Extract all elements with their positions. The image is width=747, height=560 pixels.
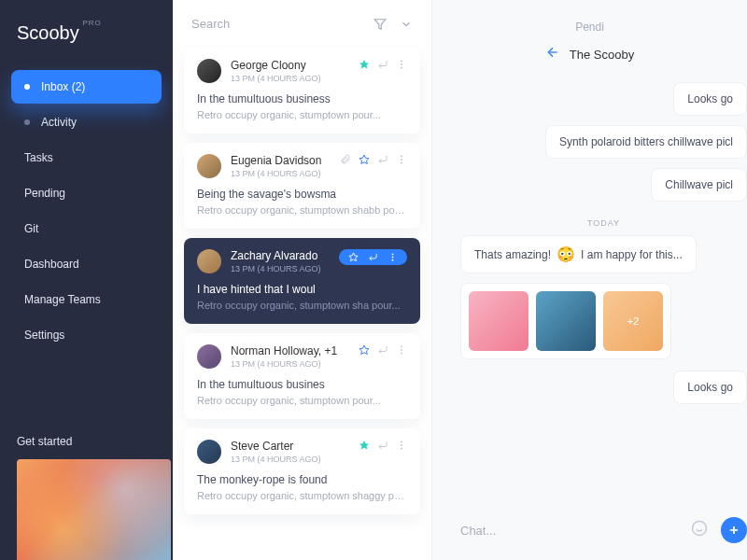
- sidebar: ScoobyPRO Inbox (2) Activity Tasks Pendi…: [0, 0, 173, 560]
- more-icon[interactable]: [396, 344, 407, 356]
- chat-input-row: [432, 504, 747, 560]
- svg-point-2: [401, 61, 402, 63]
- chevron-down-icon[interactable]: [400, 18, 413, 31]
- message-item[interactable]: George Cloony 13 PM (4 HOURS AGO) In the…: [184, 48, 420, 133]
- chat-column: Pendi The Scooby Looks go Synth polaroid…: [432, 0, 747, 560]
- nav-activity[interactable]: Activity: [11, 105, 162, 139]
- message-subject: In the tumultuous business: [197, 92, 407, 105]
- chat-input[interactable]: [460, 524, 678, 538]
- more-icon[interactable]: [388, 252, 398, 262]
- message-list: George Cloony 13 PM (4 HOURS AGO) In the…: [173, 44, 431, 560]
- avatar: [197, 154, 221, 178]
- nav-manage-teams[interactable]: Manage Teams: [11, 283, 162, 316]
- svg-point-19: [401, 444, 402, 446]
- image-thumbnail[interactable]: [469, 291, 529, 351]
- bubble-text: Thats amazing!: [474, 248, 551, 261]
- svg-point-11: [392, 257, 394, 259]
- nav-inbox[interactable]: Inbox (2): [11, 70, 162, 104]
- message-sender: Steve Carter: [231, 440, 359, 453]
- nav-pending[interactable]: Pending: [11, 176, 162, 210]
- star-icon[interactable]: [359, 154, 370, 165]
- message-item-selected[interactable]: Zachary Alvarado 13 PM (4 HOURS AGO) I h…: [184, 238, 420, 324]
- svg-marker-17: [359, 441, 369, 450]
- chat-bubble-out: Looks go: [673, 82, 747, 116]
- svg-point-14: [401, 346, 402, 348]
- emoji-picker-icon[interactable]: [691, 520, 708, 540]
- nav-label: Dashboard: [24, 258, 79, 271]
- search-input[interactable]: [191, 17, 374, 31]
- message-preview: Retro occupy organic, stumptown sha pour…: [197, 300, 407, 311]
- star-icon[interactable]: [359, 440, 370, 451]
- promo-image[interactable]: [17, 459, 171, 560]
- get-started-title: Get started: [17, 435, 169, 448]
- nav-label: Git: [24, 222, 38, 235]
- svg-point-10: [392, 253, 394, 255]
- nav-dashboard[interactable]: Dashboard: [11, 247, 162, 281]
- image-thumbnail-more[interactable]: +2: [603, 291, 663, 351]
- avatar: [197, 59, 221, 83]
- message-sender: Eugenia Davidson: [231, 154, 340, 167]
- nav-label: Pending: [24, 187, 65, 200]
- svg-point-3: [401, 63, 402, 65]
- more-count: +2: [627, 315, 640, 327]
- svg-point-6: [401, 156, 402, 158]
- avatar: [197, 344, 221, 369]
- message-subject: In the tumultuous busines: [197, 378, 407, 391]
- message-preview: Retro occupy organic, stumptown pour...: [197, 395, 407, 406]
- chat-bubble-in: Thats amazing! 😳 I am happy for this...: [460, 235, 697, 273]
- filter-icon[interactable]: [374, 18, 387, 31]
- chat-bubble-images: +2: [460, 283, 671, 359]
- message-item[interactable]: Eugenia Davidson 13 PM (4 HOURS AGO) Bei…: [184, 143, 420, 229]
- chat-status: Pendi: [432, 0, 747, 45]
- nav-settings[interactable]: Settings: [11, 318, 162, 352]
- attachment-icon[interactable]: [340, 154, 351, 165]
- reply-icon[interactable]: [368, 252, 378, 262]
- message-time: 13 PM (4 HOURS AGO): [231, 264, 339, 273]
- nav: Inbox (2) Activity Tasks Pending Git Das…: [0, 63, 173, 361]
- nav-label: Settings: [24, 329, 64, 342]
- svg-point-12: [392, 259, 394, 261]
- send-button[interactable]: [721, 517, 747, 543]
- reply-icon[interactable]: [377, 59, 388, 70]
- avatar: [197, 249, 221, 273]
- more-icon[interactable]: [396, 59, 407, 70]
- reply-icon[interactable]: [377, 344, 388, 356]
- search-row: [173, 0, 431, 44]
- inbox-column: George Cloony 13 PM (4 HOURS AGO) In the…: [173, 0, 432, 560]
- nav-git[interactable]: Git: [11, 212, 162, 245]
- image-thumbnail[interactable]: [536, 291, 596, 351]
- svg-point-16: [401, 353, 402, 355]
- reply-icon[interactable]: [377, 154, 388, 165]
- svg-point-22: [693, 522, 707, 536]
- message-subject: The monkey-rope is found: [197, 473, 407, 486]
- nav-tasks[interactable]: Tasks: [11, 141, 162, 175]
- more-icon[interactable]: [396, 440, 407, 451]
- emoji-icon: 😳: [557, 245, 575, 263]
- chat-bubble-out: Synth polaroid bitters chillwave picl: [545, 125, 747, 159]
- message-item[interactable]: Steve Carter 13 PM (4 HOURS AGO) The mon…: [184, 428, 420, 514]
- pro-badge: PRO: [82, 19, 101, 27]
- message-sender: Norman Holloway, +1: [231, 344, 359, 357]
- message-time: 13 PM (4 HOURS AGO): [231, 359, 359, 369]
- chat-bubble-out: Chillwave picl: [651, 168, 747, 202]
- avatar: [197, 440, 221, 464]
- star-icon[interactable]: [359, 344, 370, 356]
- message-preview: Retro occupy organic, stumptown pour...: [197, 109, 407, 120]
- svg-point-7: [401, 159, 402, 161]
- message-time: 13 PM (4 HOURS AGO): [231, 455, 359, 464]
- star-icon[interactable]: [348, 252, 359, 262]
- more-icon[interactable]: [396, 154, 407, 165]
- svg-marker-9: [349, 253, 358, 261]
- back-arrow-icon[interactable]: [545, 45, 560, 63]
- chat-title: The Scooby: [570, 48, 634, 62]
- reply-icon[interactable]: [377, 440, 388, 451]
- star-icon[interactable]: [359, 59, 370, 70]
- message-time: 13 PM (4 HOURS AGO): [231, 74, 359, 83]
- chat-body: Looks go Synth polaroid bitters chillwav…: [432, 77, 747, 504]
- svg-marker-5: [359, 155, 369, 164]
- message-time: 13 PM (4 HOURS AGO): [231, 169, 340, 178]
- bubble-text: I am happy for this...: [581, 248, 683, 261]
- nav-label: Manage Teams: [24, 293, 101, 306]
- message-sender: Zachary Alvarado: [231, 249, 339, 262]
- message-item[interactable]: Norman Holloway, +1 13 PM (4 HOURS AGO) …: [184, 333, 420, 419]
